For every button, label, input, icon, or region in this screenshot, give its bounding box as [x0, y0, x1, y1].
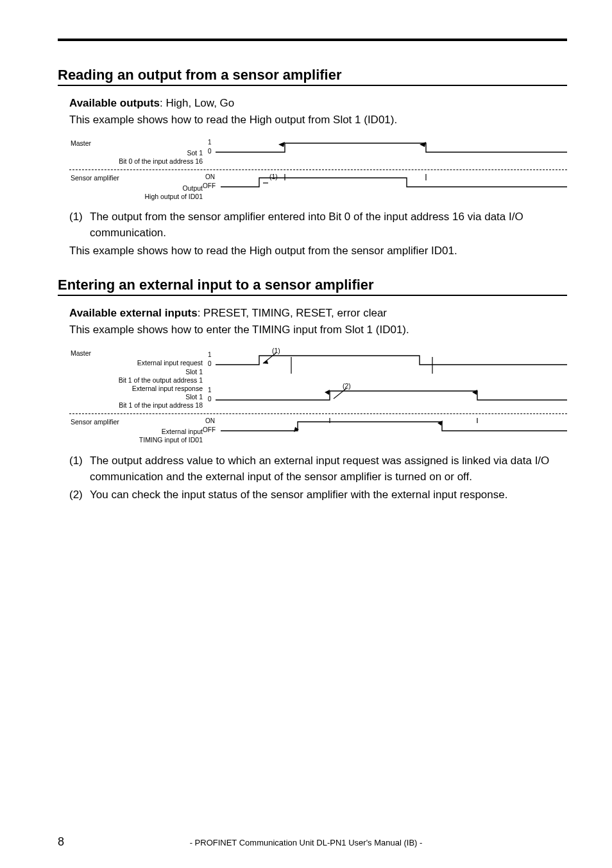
section1-available-values: : High, Low, Go [160, 97, 234, 109]
header-rule [58, 39, 567, 41]
d1-callout1: (1) [269, 173, 278, 180]
d2-amp-lo: OFF [203, 426, 216, 433]
d2-callout1: (1) [272, 347, 280, 354]
d2-callout2: (2) [343, 382, 351, 390]
d2-wave-req [208, 349, 567, 374]
d2-resp-lo: 0 [208, 395, 212, 403]
d2-amp-line2: TIMING input of ID01 [69, 436, 203, 444]
diagram1: Master Sot 1 Bit 0 of the input address … [69, 139, 567, 201]
s2-note1-text: The output address value to which an ext… [90, 453, 567, 485]
d1-master-line2: Bit 0 of the input address 16 [69, 157, 203, 166]
d1-amp-line2: High output of ID01 [69, 193, 203, 201]
s2-note1-num: (1) [69, 453, 90, 485]
d2-resp-line3: Bit 1 of the input address 18 [69, 401, 203, 410]
d2-req-line1: External input request [69, 359, 203, 367]
d2-req-line2: Slot 1 [69, 368, 203, 376]
d2-amp-hi: ON [205, 417, 215, 424]
d1-master-hi: 1 [208, 139, 212, 146]
d2-resp-line1: External input response [69, 385, 203, 393]
d1-amp-line1: Output [69, 184, 203, 193]
section2-intro: This example shows how to enter the TIMI… [69, 324, 409, 336]
d2-wave-resp [208, 385, 567, 409]
svg-line-6 [334, 388, 346, 399]
s1-note1-num: (1) [69, 209, 90, 241]
d2-req-lo: 0 [208, 360, 212, 367]
s1-note1-text: The output from the sensor amplifier ent… [90, 209, 567, 241]
d1-wave-master [208, 139, 567, 161]
d2-req-hi: 1 [208, 351, 212, 358]
d2-wave-amp [208, 418, 567, 441]
d1-amp-title: Sensor amplifier [69, 174, 203, 182]
d2-amp-title: Sensor amplifier [69, 418, 203, 426]
s2-note2-num: (2) [69, 487, 90, 503]
d1-master-lo: 0 [208, 148, 212, 155]
d2-resp-hi: 1 [208, 386, 212, 394]
diagram2: Master External input request Slot 1 Bit… [69, 349, 567, 444]
d1-master-line1: Sot 1 [69, 149, 203, 157]
section2-underline [58, 295, 567, 296]
section2-available-label: Available external inputs [69, 307, 198, 319]
section1-available-label: Available outputs [69, 97, 160, 109]
d1-wave-amp [208, 174, 567, 197]
section1-intro: This example shows how to read the High … [69, 114, 397, 126]
d1-amp-lo: OFF [203, 182, 216, 189]
footer-text: - PROFINET Communication Unit DL-PN1 Use… [0, 838, 612, 847]
d1-master-title: Master [69, 139, 203, 148]
s2-note2-text: You can check the input status of the se… [90, 487, 567, 503]
d2-master-title: Master [69, 349, 203, 358]
section1-heading: Reading an output from a sensor amplifie… [58, 67, 567, 83]
d2-req-line3: Bit 1 of the output address 1 [69, 376, 203, 385]
d2-amp-line1: External input [69, 428, 203, 436]
section2-available-values: : PRESET, TIMING, RESET, error clear [198, 307, 387, 319]
s1-closing: This example shows how to read the High … [69, 243, 567, 259]
d1-amp-hi: ON [205, 173, 215, 180]
section2-heading: Entering an external input to a sensor a… [58, 277, 567, 293]
section1-underline [58, 85, 567, 86]
d2-resp-line2: Slot 1 [69, 393, 203, 401]
